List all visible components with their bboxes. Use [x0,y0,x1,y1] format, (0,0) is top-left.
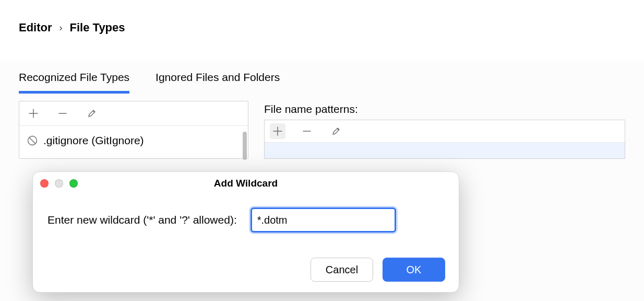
scrollbar-thumb[interactable] [243,132,247,160]
tab-recognized-file-types[interactable]: Recognized File Types [19,71,129,94]
edit-icon[interactable] [328,123,344,139]
file-types-panel: .gitignore (GitIgnore) [19,101,248,159]
patterns-toolbar [265,120,625,143]
remove-icon[interactable] [299,123,315,139]
dialog-title: Add Wildcard [214,178,278,189]
list-item-label: .gitignore (GitIgnore) [43,134,144,147]
breadcrumb: Editor › File Types [19,21,625,34]
tabs: Recognized File Types Ignored Files and … [19,61,625,94]
zoom-icon[interactable] [69,179,78,188]
ok-button[interactable]: OK [383,258,445,282]
file-types-list[interactable]: .gitignore (GitIgnore) [19,126,248,155]
add-icon[interactable] [26,106,41,121]
chevron-right-icon: › [59,22,63,33]
wildcard-input[interactable] [251,207,396,233]
cancel-button[interactable]: Cancel [311,258,373,282]
window-controls [40,172,78,195]
close-icon[interactable] [40,179,49,188]
breadcrumb-parent[interactable]: Editor [19,21,52,34]
patterns-panel [264,120,625,159]
dialog-prompt: Enter new wildcard ('*' and '?' allowed)… [47,214,237,226]
patterns-selected-row[interactable] [265,143,625,158]
remove-icon[interactable] [55,106,70,121]
tab-ignored-files-and-folders[interactable]: Ignored Files and Folders [156,71,280,94]
list-item[interactable]: .gitignore (GitIgnore) [19,129,248,152]
breadcrumb-current: File Types [70,21,125,34]
dialog-titlebar[interactable]: Add Wildcard [33,172,459,195]
patterns-label: File name patterns: [264,103,625,115]
minimize-icon [55,179,63,188]
add-wildcard-dialog: Add Wildcard Enter new wildcard ('*' and… [32,171,459,293]
edit-icon[interactable] [84,106,100,121]
gitignore-icon [27,135,38,146]
add-icon[interactable] [270,123,285,139]
file-types-toolbar [19,101,248,126]
